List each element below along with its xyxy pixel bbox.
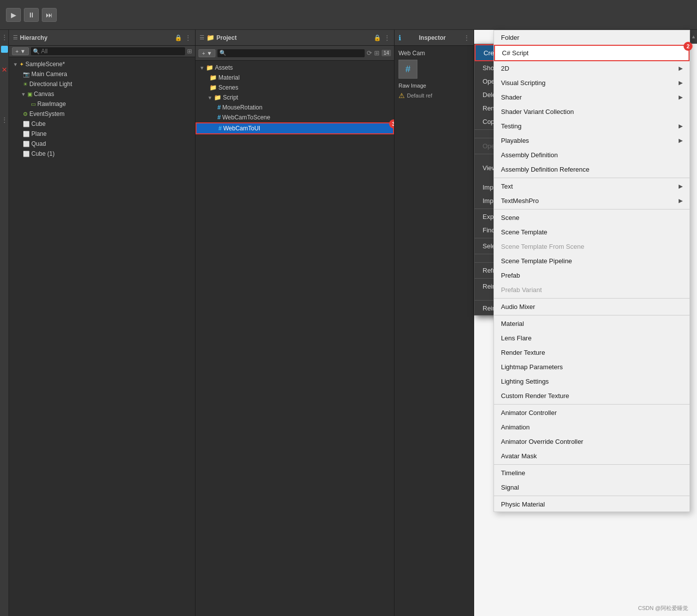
- sidebar-icon-3[interactable]: ✕: [1, 66, 7, 74]
- eventsystem-icon: ⚙: [23, 111, 28, 117]
- tree-item-cube1[interactable]: ⬜ Cube (1): [9, 149, 195, 159]
- project-search-input[interactable]: [227, 50, 363, 57]
- scenes-folder[interactable]: 📁 Scenes: [196, 83, 394, 93]
- tree-item-samplescene[interactable]: ▼ ✦ SampleScene*: [9, 59, 195, 69]
- create-scene-template-from-scene: Scene Template From Scene: [494, 239, 690, 254]
- create-scene-template-pipeline[interactable]: Scene Template Pipeline: [494, 254, 690, 268]
- create-assembly-def[interactable]: Assembly Definition: [494, 148, 690, 162]
- tree-item-main-camera[interactable]: 📷 Main Camera: [9, 69, 195, 79]
- inspector-warning-text: Default ref: [407, 93, 432, 99]
- create-shader[interactable]: Shader ▶: [494, 90, 690, 104]
- sidebar-icon-2[interactable]: [1, 46, 8, 53]
- project-panel: ☰ 📁 Project 🔒 ⋮ + ▼ 🔍 ⟳ ⊞ 14: [196, 30, 395, 616]
- hierarchy-panel: ☰ Hierarchy 🔒 ⋮ + ▼ 🔍 ⊞ ▼: [9, 30, 196, 616]
- create-prefab[interactable]: Prefab: [494, 268, 690, 283]
- hierarchy-search-input[interactable]: [41, 48, 183, 55]
- inspector-more-icon[interactable]: ⋮: [464, 34, 470, 41]
- create-sep-1: [494, 178, 690, 178]
- quad-icon: ⬜: [23, 141, 30, 147]
- create-avatar-mask[interactable]: Avatar Mask: [494, 449, 690, 463]
- create-material[interactable]: Material: [494, 316, 690, 331]
- testing-arrow: ▶: [679, 123, 683, 129]
- create-physic-material[interactable]: Physic Material: [494, 497, 690, 512]
- tree-item-quad[interactable]: ⬜ Quad: [9, 139, 195, 149]
- assets-folder[interactable]: ▼ 📁 Assets: [196, 63, 394, 73]
- rawimage-icon: ▭: [31, 101, 36, 107]
- hierarchy-more-icon[interactable]: ⋮: [185, 34, 191, 41]
- material-folder[interactable]: 📁 Material: [196, 73, 394, 83]
- inspector-webcam-label: Web Cam: [398, 50, 425, 57]
- webcamtoui-script-icon: #: [218, 125, 222, 132]
- step-button[interactable]: ⏭: [42, 8, 57, 22]
- create-animation[interactable]: Animation: [494, 420, 690, 434]
- sidebar-icon-4[interactable]: ⋮: [1, 116, 7, 123]
- tree-item-rawimage[interactable]: ▭ RawImage: [9, 99, 195, 109]
- create-2d[interactable]: 2D ▶: [494, 61, 690, 76]
- create-textmeshpro[interactable]: TextMeshPro ▶: [494, 194, 690, 208]
- light-icon: ☀: [23, 81, 28, 88]
- create-scene[interactable]: Scene: [494, 210, 690, 225]
- create-testing[interactable]: Testing ▶: [494, 119, 690, 133]
- tree-item-eventsystem[interactable]: ⚙ EventSystem: [9, 109, 195, 119]
- script-folder[interactable]: ▼ 📁 Script: [196, 93, 394, 103]
- scenes-folder-icon: 📁: [209, 84, 217, 91]
- create-animator-override[interactable]: Animator Override Controller: [494, 434, 690, 449]
- watermark: CSDN @阿松爱睡觉: [638, 605, 688, 612]
- create-text[interactable]: Text ▶: [494, 179, 690, 194]
- create-lens-flare[interactable]: Lens Flare: [494, 331, 690, 345]
- create-lightmap-params[interactable]: Lightmap Parameters: [494, 360, 690, 374]
- project-search-icon: 🔍: [219, 50, 226, 56]
- project-lock-icon[interactable]: 🔒: [374, 34, 381, 41]
- create-folder[interactable]: Folder: [494, 30, 690, 45]
- scene-icon: ✦: [19, 61, 24, 68]
- create-shader-variant[interactable]: Shader Variant Collection: [494, 104, 690, 119]
- create-sep-7: [494, 496, 690, 496]
- create-scene-template[interactable]: Scene Template: [494, 225, 690, 239]
- create-audio-mixer[interactable]: Audio Mixer: [494, 300, 690, 314]
- create-render-texture[interactable]: Render Texture: [494, 345, 690, 360]
- webcamtoscene-script[interactable]: # WebCamToScene: [196, 112, 394, 122]
- create-visual-scripting[interactable]: Visual Scripting ▶: [494, 76, 690, 90]
- tree-item-plane[interactable]: ⬜ Plane: [9, 129, 195, 139]
- create-animator-controller[interactable]: Animator Controller: [494, 406, 690, 420]
- left-sidebar: ⋮ ✕ ⋮: [0, 30, 9, 616]
- sidebar-icon-1[interactable]: ⋮: [1, 34, 7, 41]
- project-badge: 14: [382, 50, 391, 56]
- create-csharp-script[interactable]: C# Script 2: [494, 45, 690, 61]
- project-add-button[interactable]: + ▼: [199, 49, 215, 57]
- hierarchy-lock-icon[interactable]: 🔒: [175, 34, 182, 41]
- project-sync-icon[interactable]: ⟳: [367, 49, 372, 57]
- tree-item-cube[interactable]: ⬜ Cube: [9, 119, 195, 129]
- create-sep-3: [494, 298, 690, 299]
- cube1-icon: ⬜: [23, 151, 30, 157]
- tmp-arrow: ▶: [679, 198, 683, 204]
- scroll-up-indicator[interactable]: ▲: [690, 30, 697, 44]
- material-folder-icon: 📁: [209, 74, 217, 81]
- create-custom-render-texture[interactable]: Custom Render Texture: [494, 389, 690, 403]
- project-menu-icon[interactable]: ☰: [199, 34, 204, 41]
- project-title: Project: [216, 34, 237, 41]
- project-toolbar: + ▼ 🔍 ⟳ ⊞ 14: [196, 46, 394, 61]
- pause-button[interactable]: ⏸: [24, 8, 39, 22]
- create-signal[interactable]: Signal: [494, 480, 690, 495]
- webcamtoui-script[interactable]: # WebCamToUI 3: [196, 122, 394, 134]
- inspector-icon-box: #: [398, 60, 417, 79]
- search-icon: 🔍: [33, 48, 40, 55]
- create-submenu: Folder C# Script 2 2D ▶ Visual Scripting…: [494, 30, 690, 512]
- hierarchy-add-button[interactable]: + ▼: [12, 47, 29, 55]
- project-filter-icon[interactable]: ⊞: [374, 49, 380, 57]
- create-assembly-def-ref[interactable]: Assembly Definition Reference: [494, 162, 690, 177]
- create-timeline[interactable]: Timeline: [494, 466, 690, 480]
- hierarchy-filter-icon[interactable]: ⊞: [187, 48, 192, 55]
- create-playables[interactable]: Playables ▶: [494, 133, 690, 148]
- hierarchy-menu-icon[interactable]: ☰: [13, 34, 18, 41]
- create-lighting-settings[interactable]: Lighting Settings: [494, 374, 690, 389]
- project-more-icon[interactable]: ⋮: [384, 34, 390, 41]
- play-button[interactable]: ▶: [6, 8, 21, 22]
- tree-item-canvas[interactable]: ▼ ▣ Canvas: [9, 89, 195, 99]
- warning-icon: ⚠: [398, 92, 405, 100]
- mouserotation-script[interactable]: # MouseRotation: [196, 103, 394, 112]
- tree-item-directional-light[interactable]: ☀ Directional Light: [9, 79, 195, 89]
- inspector-content: Web Cam # Raw Image ⚠ Default ref: [395, 46, 474, 103]
- create-prefab-variant: Prefab Variant: [494, 283, 690, 297]
